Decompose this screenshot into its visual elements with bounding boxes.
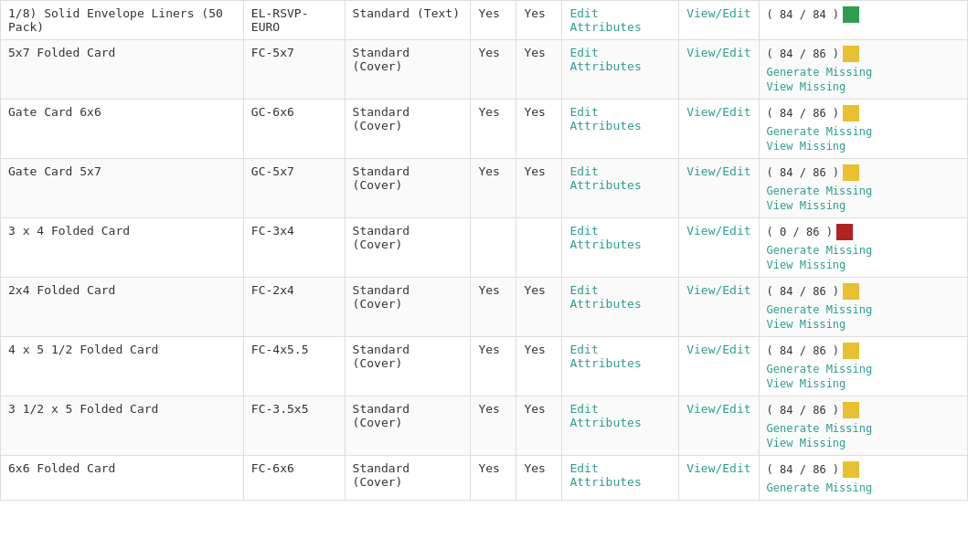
view-edit-link[interactable]: View/Edit	[686, 283, 750, 297]
view-edit-cell: View/Edit	[679, 218, 759, 278]
edit-attributes-link[interactable]: Edit Attributes	[569, 6, 641, 34]
edit-attributes-link[interactable]: Edit Attributes	[569, 343, 641, 370]
status-count: ( 84 / 86 )	[767, 48, 839, 60]
view-missing-link[interactable]: View Missing	[767, 437, 960, 449]
col5-value: Yes	[516, 159, 562, 218]
status-color-indicator	[843, 343, 859, 359]
edit-attributes-cell: Edit Attributes	[562, 40, 679, 100]
col5-value: Yes	[516, 337, 562, 396]
edit-attributes-link[interactable]: Edit Attributes	[569, 461, 641, 489]
product-type: Standard (Cover)	[345, 218, 471, 278]
view-edit-link[interactable]: View/Edit	[686, 343, 750, 356]
product-name: Gate Card 6x6	[1, 100, 244, 159]
edit-attributes-link[interactable]: Edit Attributes	[569, 283, 641, 311]
table-row: 3 1/2 x 5 Folded CardFC-3.5x5Standard (C…	[1, 396, 968, 456]
status-color-indicator	[843, 6, 859, 23]
col5-value: Yes	[516, 396, 562, 456]
table-row: 4 x 5 1/2 Folded CardFC-4x5.5Standard (C…	[1, 337, 968, 396]
edit-attributes-link[interactable]: Edit Attributes	[569, 46, 641, 73]
view-edit-link[interactable]: View/Edit	[686, 6, 750, 20]
view-edit-link[interactable]: View/Edit	[686, 105, 750, 119]
status-color-indicator	[843, 461, 859, 478]
table-row: Gate Card 5x7GC-5x7Standard (Cover)YesYe…	[1, 159, 968, 218]
col5-value: Yes	[516, 456, 562, 501]
product-name: 2x4 Folded Card	[1, 278, 244, 337]
status-color-indicator	[836, 224, 853, 240]
view-edit-cell: View/Edit	[679, 456, 759, 501]
product-type: Standard (Cover)	[345, 40, 471, 100]
status-cell: ( 84 / 86 )Generate Missing	[759, 456, 967, 501]
col4-value: Yes	[471, 396, 516, 456]
product-sku: FC-3.5x5	[243, 396, 345, 456]
col5-value: Yes	[516, 40, 562, 100]
edit-attributes-cell: Edit Attributes	[562, 159, 679, 218]
view-edit-link[interactable]: View/Edit	[686, 46, 750, 59]
product-name: 1/8) Solid Envelope Liners (50 Pack)	[1, 1, 244, 40]
product-name: 4 x 5 1/2 Folded Card	[1, 337, 244, 396]
product-sku: GC-6x6	[243, 100, 345, 159]
table-row: 5x7 Folded CardFC-5x7Standard (Cover)Yes…	[1, 40, 968, 100]
table-row: 3 x 4 Folded CardFC-3x4Standard (Cover)E…	[1, 218, 968, 278]
edit-attributes-link[interactable]: Edit Attributes	[569, 164, 641, 192]
edit-attributes-link[interactable]: Edit Attributes	[569, 402, 641, 429]
product-type: Standard (Cover)	[345, 159, 471, 218]
view-edit-link[interactable]: View/Edit	[686, 402, 750, 416]
col5-value: Yes	[516, 278, 562, 337]
edit-attributes-cell: Edit Attributes	[562, 100, 679, 159]
edit-attributes-link[interactable]: Edit Attributes	[569, 224, 641, 251]
generate-missing-link[interactable]: Generate Missing	[767, 481, 873, 494]
col4-value: Yes	[471, 100, 516, 159]
view-missing-link[interactable]: View Missing	[767, 140, 960, 153]
generate-missing-link[interactable]: Generate Missing	[767, 125, 873, 138]
table-row: 2x4 Folded CardFC-2x4Standard (Cover)Yes…	[1, 278, 968, 337]
generate-missing-link[interactable]: Generate Missing	[767, 66, 873, 79]
status-count: ( 84 / 86 )	[767, 285, 839, 298]
status-count: ( 84 / 86 )	[767, 107, 839, 120]
generate-missing-link[interactable]: Generate Missing	[767, 363, 873, 375]
col5-value: Yes	[516, 100, 562, 159]
generate-missing-link[interactable]: Generate Missing	[767, 185, 873, 197]
view-edit-cell: View/Edit	[679, 396, 759, 456]
product-sku: EL-RSVP-EURO	[243, 1, 345, 40]
edit-attributes-cell: Edit Attributes	[562, 278, 679, 337]
status-count: ( 84 / 84 )	[767, 8, 839, 21]
generate-missing-link[interactable]: Generate Missing	[767, 244, 873, 257]
generate-missing-link[interactable]: Generate Missing	[767, 422, 873, 435]
product-name: 3 x 4 Folded Card	[1, 218, 244, 278]
status-cell: ( 84 / 86 )Generate MissingView Missing	[759, 396, 967, 456]
view-missing-link[interactable]: View Missing	[767, 318, 960, 331]
view-missing-link[interactable]: View Missing	[767, 199, 960, 212]
product-sku: FC-6x6	[243, 456, 345, 501]
status-count: ( 84 / 86 )	[767, 463, 839, 476]
view-missing-link[interactable]: View Missing	[767, 80, 960, 93]
generate-missing-link[interactable]: Generate Missing	[767, 303, 873, 316]
view-edit-link[interactable]: View/Edit	[686, 224, 750, 238]
view-missing-link[interactable]: View Missing	[767, 377, 960, 390]
product-sku: FC-2x4	[243, 278, 345, 337]
status-cell: ( 84 / 86 )Generate MissingView Missing	[759, 40, 967, 100]
table-row: Gate Card 6x6GC-6x6Standard (Cover)YesYe…	[1, 100, 968, 159]
status-cell: ( 84 / 86 )Generate MissingView Missing	[759, 278, 967, 337]
col4-value: Yes	[471, 40, 516, 100]
status-color-indicator	[843, 283, 859, 300]
status-cell: ( 84 / 86 )Generate MissingView Missing	[759, 337, 967, 396]
view-edit-cell: View/Edit	[679, 40, 759, 100]
product-type: Standard (Cover)	[345, 456, 471, 501]
product-sku: FC-3x4	[243, 218, 345, 278]
product-name: 3 1/2 x 5 Folded Card	[1, 396, 244, 456]
edit-attributes-link[interactable]: Edit Attributes	[569, 105, 641, 132]
col5-value	[516, 218, 562, 278]
edit-attributes-cell: Edit Attributes	[562, 396, 679, 456]
status-color-indicator	[843, 402, 859, 418]
view-edit-link[interactable]: View/Edit	[686, 164, 750, 178]
view-missing-link[interactable]: View Missing	[767, 259, 960, 271]
view-edit-cell: View/Edit	[679, 1, 759, 40]
col4-value: Yes	[471, 337, 516, 396]
view-edit-cell: View/Edit	[679, 100, 759, 159]
status-count: ( 84 / 86 )	[767, 404, 839, 417]
status-cell: ( 84 / 86 )Generate MissingView Missing	[759, 100, 967, 159]
view-edit-cell: View/Edit	[679, 278, 759, 337]
edit-attributes-cell: Edit Attributes	[562, 1, 679, 40]
view-edit-link[interactable]: View/Edit	[686, 461, 750, 475]
table-row: 1/8) Solid Envelope Liners (50 Pack)EL-R…	[1, 1, 968, 40]
